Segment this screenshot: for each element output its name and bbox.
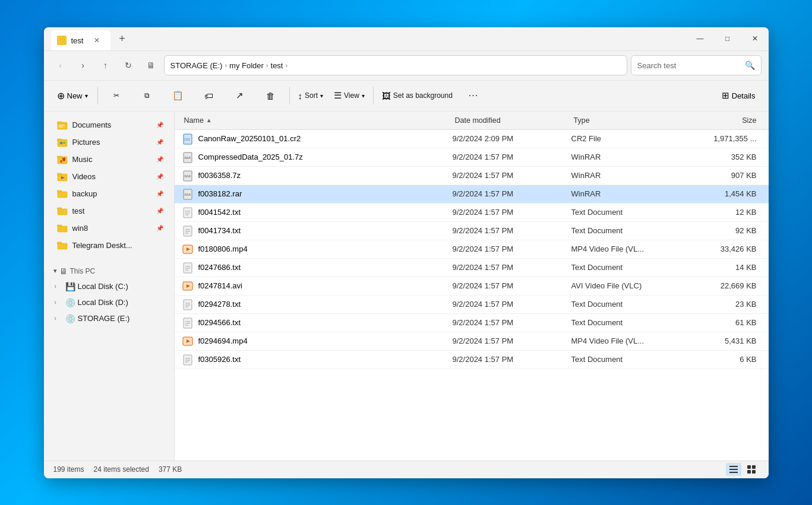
- file-name-text: f0294694.mp4: [198, 336, 248, 345]
- sidebar-item-local-d[interactable]: › 💿 Local Disk (D:): [48, 295, 170, 310]
- file-name-text: f0247814.avi: [198, 281, 242, 290]
- maximize-button[interactable]: □: [714, 27, 741, 51]
- pin-icon-3: 📌: [156, 156, 163, 163]
- disk-d-label: Local Disk (D:): [78, 298, 128, 307]
- more-button[interactable]: ···: [459, 82, 488, 109]
- svg-rect-64: [747, 465, 751, 469]
- pin-icon-7: 📌: [156, 225, 163, 231]
- file-row[interactable]: RAR f0036358.7z 9/2/2024 1:57 PM WinRAR …: [175, 167, 769, 185]
- sidebar-item-documents[interactable]: Documents 📌: [48, 117, 170, 134]
- file-row[interactable]: f0041542.txt 9/2/2024 1:57 PM Text Docum…: [175, 204, 769, 222]
- file-icon: CR2: [182, 133, 194, 145]
- col-size-label: Size: [742, 116, 756, 125]
- this-pc-section[interactable]: ▾ 🖥 This PC: [44, 262, 174, 278]
- file-size: 12 KB: [690, 208, 762, 217]
- statusbar: 199 items 24 items selected 377 KB: [44, 460, 769, 478]
- file-name-cell: f0305926.txt: [182, 354, 453, 366]
- sidebar-item-pictures[interactable]: Pictures 📌: [48, 134, 170, 151]
- col-header-date[interactable]: Date modified: [453, 115, 571, 126]
- svg-rect-16: [57, 190, 62, 192]
- file-row[interactable]: f0294278.txt 9/2/2024 1:57 PM Text Docum…: [175, 296, 769, 314]
- active-tab[interactable]: test ✕: [51, 30, 111, 50]
- file-date: 9/2/2024 1:57 PM: [453, 281, 571, 290]
- file-date: 9/2/2024 1:57 PM: [453, 153, 571, 161]
- tab-close-button[interactable]: ✕: [91, 35, 102, 46]
- file-type: MP4 Video File (VL...: [571, 336, 690, 345]
- up-button[interactable]: ↑: [96, 56, 115, 75]
- sort-dropdown-icon: ▾: [320, 93, 323, 99]
- svg-text:RAR: RAR: [184, 156, 191, 160]
- file-name-cell: CR2 CanonRaw_20250101_01.cr2: [182, 133, 453, 145]
- file-row[interactable]: f0305926.txt 9/2/2024 1:57 PM Text Docum…: [175, 351, 769, 369]
- col-header-type[interactable]: Type: [571, 115, 690, 126]
- breadcrumb-current[interactable]: test: [271, 61, 283, 70]
- file-name-text: f0294566.txt: [198, 318, 241, 327]
- forward-button[interactable]: ›: [74, 56, 93, 75]
- minimize-button[interactable]: —: [687, 27, 714, 51]
- file-row[interactable]: CR2 CanonRaw_20250101_01.cr2 9/2/2024 2:…: [175, 130, 769, 148]
- sidebar-item-win8[interactable]: win8 📌: [48, 220, 170, 237]
- toolbar: ⊕ New ▾ ✂ ⧉ 📋 🏷 ↗ 🗑 ↕ Sort ▾ ☰: [44, 81, 769, 112]
- cut-button[interactable]: ✂: [102, 82, 131, 109]
- col-header-name[interactable]: Name ▲: [182, 115, 453, 126]
- sidebar-item-storage-e[interactable]: › 💿 STORAGE (E:): [48, 311, 170, 326]
- file-icon: [182, 225, 194, 237]
- sidebar-item-music[interactable]: Music 📌: [48, 151, 170, 168]
- file-name-cell: f0247686.txt: [182, 262, 453, 274]
- view-button[interactable]: ☰ View ▾: [329, 82, 369, 109]
- refresh-button[interactable]: ↻: [119, 56, 138, 75]
- grid-view-toggle[interactable]: [744, 463, 759, 476]
- breadcrumb-drive[interactable]: STORAGE (E:): [170, 61, 223, 70]
- breadcrumb[interactable]: STORAGE (E:) › my Folder › test ›: [164, 55, 627, 75]
- sort-label: Sort: [305, 91, 318, 100]
- sidebar-item-videos[interactable]: Videos 📌: [48, 169, 170, 185]
- sidebar-item-test[interactable]: test 📌: [48, 203, 170, 220]
- details-button[interactable]: ⊞ Details: [716, 82, 762, 109]
- copy-button[interactable]: ⧉: [132, 82, 162, 109]
- col-type-label: Type: [574, 116, 590, 125]
- pin-icon-2: 📌: [156, 139, 163, 145]
- sidebar-item-backup[interactable]: backup 📌: [48, 186, 170, 202]
- file-row[interactable]: f0247814.avi 9/2/2024 1:57 PM AVI Video …: [175, 277, 769, 296]
- delete-icon: 🗑: [266, 91, 275, 101]
- search-box[interactable]: Search test 🔍: [631, 55, 762, 75]
- search-icon[interactable]: 🔍: [745, 61, 755, 70]
- file-row[interactable]: f0180806.mp4 9/2/2024 1:57 PM MP4 Video …: [175, 240, 769, 259]
- backup-icon: [57, 189, 68, 199]
- videos-icon: [57, 171, 68, 182]
- rename-button[interactable]: 🏷: [194, 82, 224, 109]
- new-tab-button[interactable]: +: [113, 30, 131, 47]
- file-size: 907 KB: [690, 171, 762, 180]
- sidebar-item-local-c[interactable]: › 💾 Local Disk (C:): [48, 279, 170, 294]
- file-list-header: Name ▲ Date modified Type Size: [175, 112, 769, 130]
- file-row[interactable]: f0294694.mp4 9/2/2024 1:57 PM MP4 Video …: [175, 332, 769, 351]
- paste-button[interactable]: 📋: [163, 82, 193, 109]
- close-button[interactable]: ✕: [741, 27, 769, 51]
- share-button[interactable]: ↗: [225, 82, 255, 109]
- tree-arrow-e: ›: [55, 315, 63, 322]
- file-name-cell: f0041734.txt: [182, 225, 453, 237]
- selected-size: 377 KB: [159, 465, 182, 474]
- background-button[interactable]: 🖼 Set as background: [377, 82, 457, 109]
- breadcrumb-folder[interactable]: my Folder: [229, 61, 264, 70]
- new-button[interactable]: ⊕ New ▾: [51, 82, 94, 109]
- new-icon: ⊕: [57, 90, 65, 101]
- telegram-label: Telegram Deskt...: [72, 241, 132, 250]
- col-header-size[interactable]: Size: [690, 115, 762, 126]
- disk-c-label: Local Disk (C:): [78, 282, 128, 291]
- sort-button[interactable]: ↕ Sort ▾: [293, 82, 328, 109]
- file-icon: RAR: [182, 151, 194, 163]
- file-date: 9/2/2024 1:57 PM: [453, 318, 571, 327]
- file-name-cell: f0247814.avi: [182, 280, 453, 292]
- file-row[interactable]: RAR f0038182.rar 9/2/2024 1:57 PM WinRAR…: [175, 185, 769, 204]
- file-row[interactable]: f0294566.txt 9/2/2024 1:57 PM Text Docum…: [175, 314, 769, 332]
- sidebar-item-telegram[interactable]: Telegram Deskt...: [48, 237, 170, 254]
- pin-icon: 📌: [156, 122, 163, 128]
- back-button[interactable]: ‹: [51, 56, 70, 75]
- svg-rect-19: [58, 226, 67, 232]
- file-row[interactable]: RAR CompressedData_2025_01.7z 9/2/2024 1…: [175, 148, 769, 167]
- list-view-toggle[interactable]: [726, 463, 741, 476]
- delete-button[interactable]: 🗑: [256, 82, 286, 109]
- file-row[interactable]: f0247686.txt 9/2/2024 1:57 PM Text Docum…: [175, 259, 769, 277]
- file-row[interactable]: f0041734.txt 9/2/2024 1:57 PM Text Docum…: [175, 222, 769, 240]
